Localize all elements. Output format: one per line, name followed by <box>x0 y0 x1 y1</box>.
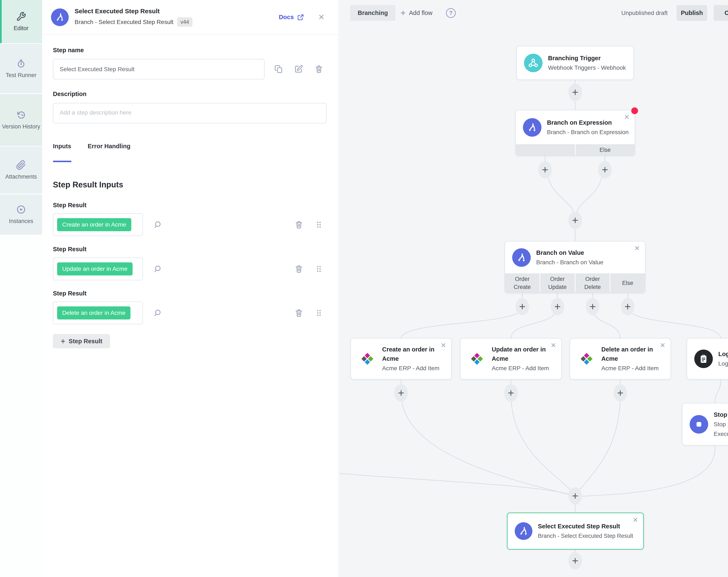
node-branching-trigger[interactable]: Branching Trigger Webhook Triggers - Web… <box>516 46 634 80</box>
docs-link[interactable]: Docs <box>279 13 304 21</box>
panel-header: Select Executed Step Result Branch - Sel… <box>42 0 338 35</box>
node-title: Branch on Expression <box>547 118 629 127</box>
rail-label: Editor <box>14 25 29 32</box>
step-name-input[interactable] <box>53 59 264 79</box>
active-tab-underline <box>53 161 72 162</box>
description-input[interactable] <box>53 103 327 123</box>
step-result-pill[interactable]: Delete an order in Acme <box>57 306 130 320</box>
plus-icon: + <box>542 163 548 176</box>
node-stop-execution[interactable]: Stop E Stop E Execu <box>682 403 728 445</box>
step-result-label: Step Result <box>53 202 87 209</box>
branch-cell-order-create[interactable]: Order Create <box>505 273 540 293</box>
trash-icon[interactable] <box>314 64 323 74</box>
rail-label: Version History <box>2 123 40 130</box>
acme-erp-icon <box>577 350 596 368</box>
close-icon[interactable]: ✕ <box>660 342 666 349</box>
node-create-order-acme[interactable]: Create an order in Acme Acme ERP - Add I… <box>350 338 452 380</box>
alert-dot <box>631 107 638 114</box>
flow-canvas[interactable]: Branching + Add flow ? Unpublished draft… <box>339 0 728 577</box>
branch-cells: Order Create Order Update Order Delete E… <box>505 273 645 293</box>
rail-item-attachments[interactable]: Attachments <box>0 146 42 194</box>
add-step-plus-button[interactable]: + <box>614 384 627 402</box>
add-step-plus-button[interactable]: + <box>568 487 582 504</box>
step-result-pill[interactable]: Create an order in Acme <box>57 218 131 231</box>
drag-handle-icon[interactable] <box>314 308 323 318</box>
rail-item-editor[interactable]: Editor <box>0 0 42 43</box>
trash-icon[interactable] <box>294 264 304 274</box>
step-result-label: Step Result <box>53 246 87 253</box>
branch-cell-else[interactable]: Else <box>610 273 645 293</box>
node-title: Update an order in Acme <box>492 345 555 363</box>
add-step-plus-button[interactable]: + <box>568 552 582 570</box>
add-step-plus-button[interactable]: + <box>568 212 582 229</box>
add-step-plus-button[interactable]: + <box>551 298 564 315</box>
close-icon[interactable]: ✕ <box>624 114 629 120</box>
add-step-plus-button[interactable]: + <box>516 298 529 315</box>
close-icon[interactable]: ✕ <box>632 517 638 523</box>
add-step-plus-button[interactable]: + <box>394 384 408 402</box>
add-flow-button[interactable]: + Add flow <box>400 5 433 21</box>
node-subtitle: Acme ERP - Add Item <box>601 364 665 373</box>
clipboard-icon <box>694 350 713 368</box>
search-icon[interactable] <box>153 220 162 229</box>
branch-cell-order-delete[interactable]: Order Delete <box>575 273 610 293</box>
rail-item-instances[interactable]: Instances <box>0 195 42 235</box>
add-step-plus-button[interactable]: + <box>504 384 518 402</box>
acme-erp-icon <box>468 350 486 368</box>
step-result-pill[interactable]: Update an order in Acme <box>57 263 133 275</box>
panel-titles: Select Executed Step Result Branch - Sel… <box>75 7 279 27</box>
stopwatch-icon <box>16 58 26 68</box>
help-icon[interactable]: ? <box>446 8 456 18</box>
edit-icon[interactable] <box>294 64 303 74</box>
close-icon[interactable]: ✕ <box>550 342 556 349</box>
plus-icon: + <box>398 387 404 399</box>
connector-subtitle: Branch - Select Executed Step Result <box>75 19 173 26</box>
add-step-plus-button[interactable]: + <box>568 84 582 101</box>
add-step-plus-button[interactable]: + <box>586 298 599 315</box>
left-rail: Editor Test Runner Version History Attac… <box>0 0 42 577</box>
trash-icon[interactable] <box>294 220 304 229</box>
node-subtitle: Branch - Branch on Expression <box>547 128 629 137</box>
add-step-plus-button[interactable]: + <box>538 161 552 178</box>
tab-branching-workflow[interactable]: Branching <box>350 5 395 21</box>
wrench-icon <box>16 11 26 22</box>
publish-button[interactable]: Publish <box>677 5 707 21</box>
node-delete-order-acme[interactable]: Delete an order in Acme Acme ERP - Add I… <box>570 338 671 380</box>
trash-icon[interactable] <box>294 308 304 318</box>
drag-handle-icon[interactable] <box>314 264 323 274</box>
step-result-field[interactable]: Create an order in Acme <box>53 213 143 236</box>
plus-icon: + <box>508 387 514 399</box>
node-branch-on-value[interactable]: Branch on Value Branch - Branch on Value… <box>504 241 645 293</box>
rail-item-test-runner[interactable]: Test Runner <box>0 44 42 93</box>
description-label: Description <box>53 90 87 98</box>
drag-handle-icon[interactable] <box>314 220 323 229</box>
panel-close-icon[interactable]: ✕ <box>318 13 324 21</box>
add-step-result-button[interactable]: + Step Result <box>53 334 110 348</box>
branch-cell-order-update[interactable]: Order Update <box>540 273 575 293</box>
branch-icon <box>512 248 531 267</box>
rail-item-version-history[interactable]: Version History <box>0 94 42 146</box>
branch-cells: Else <box>516 144 634 156</box>
cancel-button[interactable]: Ca <box>714 5 728 21</box>
add-step-plus-button[interactable]: + <box>598 161 612 178</box>
plus-icon: + <box>554 300 561 313</box>
close-icon[interactable]: ✕ <box>634 245 640 252</box>
search-icon[interactable] <box>153 264 162 274</box>
node-title: Create an order in Acme <box>382 345 445 363</box>
add-step-plus-button[interactable]: + <box>621 298 634 315</box>
tab-error-handling[interactable]: Error Handling <box>88 143 130 150</box>
node-subtitle: Execu <box>714 430 728 439</box>
history-icon <box>16 110 26 120</box>
node-select-executed-step-result[interactable]: Select Executed Step Result Branch - Sel… <box>507 513 644 550</box>
branch-cell[interactable] <box>516 144 575 156</box>
step-result-field[interactable]: Delete an order in Acme <box>53 302 143 324</box>
close-icon[interactable]: ✕ <box>441 342 446 349</box>
node-update-order-acme[interactable]: Update an order in Acme Acme ERP - Add I… <box>460 338 562 380</box>
node-branch-on-expression[interactable]: Branch on Expression Branch - Branch on … <box>515 110 635 156</box>
copy-icon[interactable] <box>274 64 283 74</box>
search-icon[interactable] <box>153 308 162 318</box>
tab-inputs[interactable]: Inputs <box>53 143 71 150</box>
branch-cell-else[interactable]: Else <box>576 144 635 156</box>
step-result-field[interactable]: Update an order in Acme <box>53 257 143 280</box>
node-log[interactable]: Log Log <box>687 338 728 380</box>
